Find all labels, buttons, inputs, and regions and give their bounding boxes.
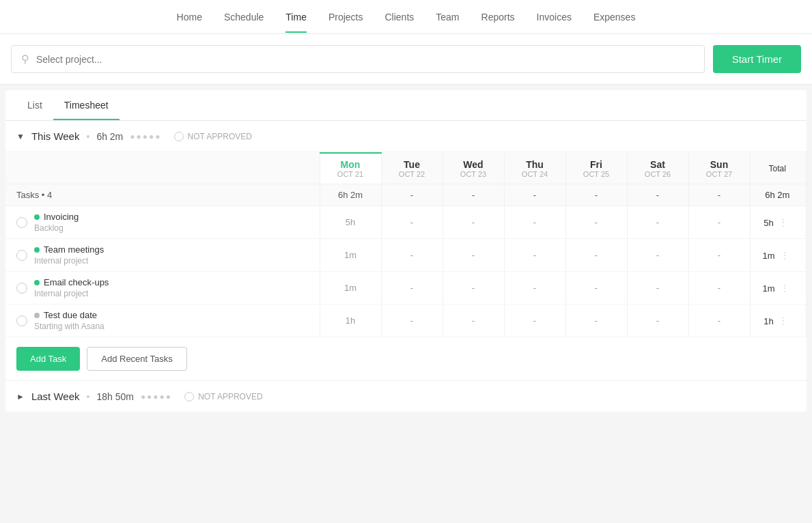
- this-week-options[interactable]: ●●●●●: [130, 132, 161, 141]
- tasks-group-wed: -: [443, 184, 504, 206]
- task-meetings-project: Internal project: [34, 256, 104, 266]
- project-search-wrap[interactable]: ⚲: [11, 45, 705, 73]
- task-testdue-total: 1h ⋮: [750, 305, 807, 337]
- task-row-test-due-date: Test due date Starting with Asana 1h - -…: [5, 305, 807, 337]
- task-meetings-delete-icon[interactable]: ⋮: [777, 250, 792, 261]
- tasks-group-thu: -: [504, 184, 565, 206]
- view-tabs: List Timesheet: [5, 90, 807, 121]
- task-email-name: Email check-ups: [44, 277, 109, 287]
- task-meetings-mon[interactable]: 1m: [320, 239, 381, 272]
- task-invoicing-sat[interactable]: -: [627, 206, 688, 239]
- last-week-approval: NOT APPROVED: [184, 392, 262, 401]
- task-row-email-checkups: Email check-ups Internal project 1m - - …: [5, 272, 807, 305]
- nav-clients[interactable]: Clients: [385, 2, 415, 32]
- task-testdue-delete-icon[interactable]: ⋮: [776, 315, 791, 326]
- task-email-thu[interactable]: -: [504, 272, 565, 305]
- nav-time[interactable]: Time: [285, 2, 307, 32]
- nav-projects[interactable]: Projects: [328, 2, 363, 32]
- task-email-project: Internal project: [34, 289, 109, 298]
- last-week-header: ► Last Week • 18h 50m ●●●●● NOT APPROVED: [5, 380, 807, 412]
- task-testdue-sun[interactable]: -: [688, 305, 750, 337]
- this-week-approval: NOT APPROVED: [174, 132, 252, 141]
- last-week-total: 18h 50m: [96, 391, 133, 402]
- tasks-group-sat: -: [627, 184, 688, 206]
- task-testdue-mon[interactable]: 1h: [320, 305, 381, 337]
- task-meetings-sun[interactable]: -: [688, 239, 750, 272]
- task-email-total: 1m ⋮: [750, 272, 807, 305]
- task-meetings-fri[interactable]: -: [565, 239, 627, 272]
- start-timer-button[interactable]: Start Timer: [713, 45, 801, 73]
- total-col-header: Total: [750, 153, 807, 184]
- tasks-group-label: Tasks • 4: [5, 184, 320, 206]
- nav-home[interactable]: Home: [177, 2, 202, 32]
- task-testdue-tue[interactable]: -: [381, 305, 443, 337]
- task-invoicing-checkbox[interactable]: [16, 217, 27, 228]
- task-testdue-wed[interactable]: -: [443, 305, 504, 337]
- task-meetings-tue[interactable]: -: [381, 239, 443, 272]
- this-week-label: This Week: [31, 130, 80, 142]
- task-email-sat[interactable]: -: [627, 272, 688, 305]
- tasks-group-mon[interactable]: 6h 2m: [320, 184, 381, 206]
- nav-expenses[interactable]: Expenses: [593, 2, 635, 32]
- last-week-approval-icon: [184, 392, 194, 401]
- day-header-row: Mon OCT 21 Tue OCT 22 Wed OCT 23 Thu OCT…: [5, 153, 807, 184]
- task-row-team-meetings: Team meetings Internal project 1m - - - …: [5, 239, 807, 272]
- add-task-button[interactable]: Add Task: [16, 347, 80, 371]
- nav-items: Home Schedule Time Projects Clients Team…: [177, 2, 636, 32]
- nav-team[interactable]: Team: [436, 2, 459, 32]
- task-invoicing-fri[interactable]: -: [565, 206, 627, 239]
- last-week-expand-icon[interactable]: ►: [16, 392, 25, 401]
- task-email-mon[interactable]: 1m: [320, 272, 381, 305]
- tasks-group-row: Tasks • 4 6h 2m - - - - - - 6h 2m: [5, 184, 807, 206]
- project-search-input[interactable]: [36, 54, 695, 65]
- task-meetings-checkbox[interactable]: [16, 250, 27, 261]
- day-sun-header: Sun OCT 27: [688, 153, 750, 184]
- task-meetings-dot: [34, 247, 40, 253]
- tab-timesheet[interactable]: Timesheet: [53, 90, 120, 120]
- approval-label: NOT APPROVED: [188, 132, 252, 141]
- task-testdue-thu[interactable]: -: [504, 305, 565, 337]
- day-fri-header: Fri OCT 25: [565, 153, 627, 184]
- task-testdue-info: Test due date Starting with Asana: [5, 305, 320, 337]
- task-meetings-wed[interactable]: -: [443, 239, 504, 272]
- task-email-checkbox[interactable]: [16, 283, 27, 294]
- task-invoicing-thu[interactable]: -: [504, 206, 565, 239]
- nav-schedule[interactable]: Schedule: [224, 2, 264, 32]
- task-email-fri[interactable]: -: [565, 272, 627, 305]
- task-email-info: Email check-ups Internal project: [5, 272, 320, 305]
- day-thu-header: Thu OCT 24: [504, 153, 565, 184]
- task-invoicing-delete-icon[interactable]: ⋮: [776, 217, 791, 228]
- this-week-collapse-icon[interactable]: ▼: [16, 132, 25, 141]
- task-email-delete-icon[interactable]: ⋮: [777, 283, 792, 294]
- this-week-total: 6h 2m: [96, 131, 123, 142]
- day-tue-header: Tue OCT 22: [381, 153, 443, 184]
- task-invoicing-wed[interactable]: -: [443, 206, 504, 239]
- task-testdue-fri[interactable]: -: [565, 305, 627, 337]
- task-email-tue[interactable]: -: [381, 272, 443, 305]
- task-email-wed[interactable]: -: [443, 272, 504, 305]
- task-meetings-sat[interactable]: -: [627, 239, 688, 272]
- nav-invoices[interactable]: Invoices: [537, 2, 572, 32]
- last-week-options[interactable]: ●●●●●: [141, 392, 172, 401]
- last-week-label: Last Week: [31, 391, 80, 402]
- task-invoicing-dot: [34, 214, 40, 220]
- task-invoicing-sun[interactable]: -: [688, 206, 750, 239]
- tab-list[interactable]: List: [16, 90, 53, 120]
- nav-reports[interactable]: Reports: [481, 2, 515, 32]
- task-testdue-sat[interactable]: -: [627, 305, 688, 337]
- task-email-sun[interactable]: -: [688, 272, 750, 305]
- task-invoicing-name: Invoicing: [44, 212, 79, 222]
- task-row-invoicing: Invoicing Backlog 5h - - - - - - 5h ⋮: [5, 206, 807, 239]
- task-testdue-name: Test due date: [44, 310, 97, 320]
- add-task-row: Add Task Add Recent Tasks: [5, 337, 807, 380]
- task-invoicing-mon[interactable]: 5h: [320, 206, 381, 239]
- task-testdue-dot: [34, 313, 40, 318]
- this-week-header: ▼ This Week • 6h 2m ●●●●● NOT APPROVED: [5, 121, 807, 152]
- task-testdue-checkbox[interactable]: [16, 315, 27, 326]
- last-week-approval-label: NOT APPROVED: [198, 392, 262, 401]
- tasks-group-sun: -: [688, 184, 750, 206]
- add-recent-tasks-button[interactable]: Add Recent Tasks: [87, 347, 187, 371]
- task-meetings-thu[interactable]: -: [504, 239, 565, 272]
- day-wed-header: Wed OCT 23: [443, 153, 504, 184]
- task-invoicing-tue[interactable]: -: [381, 206, 443, 239]
